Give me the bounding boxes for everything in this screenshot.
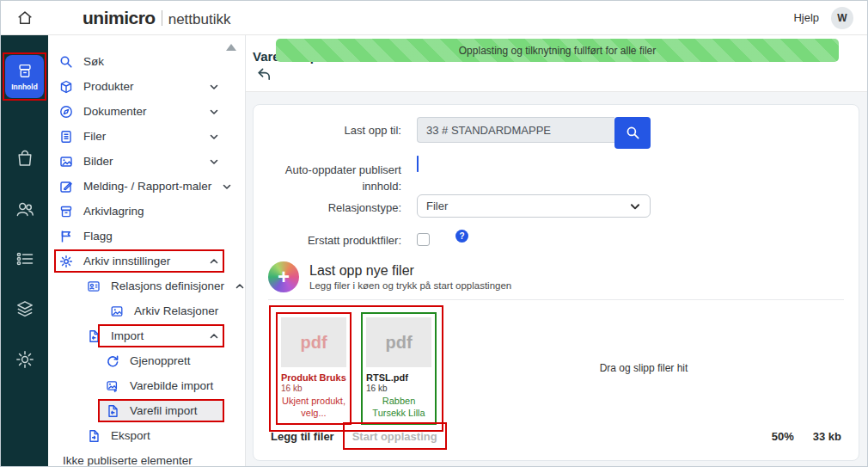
- sidebar-item-varefil-import[interactable]: Varefil import: [48, 398, 245, 423]
- folder-search-button[interactable]: [614, 117, 651, 149]
- upload-to-label: Last opp til:: [254, 117, 401, 139]
- sidebar-item-label: Varebilde import: [130, 379, 213, 392]
- sidebar-item-label: Arkiv innstillinger: [83, 255, 170, 267]
- users-icon: [15, 199, 35, 219]
- rail-item-orders[interactable]: [1, 249, 48, 269]
- sidebar-item-varebilde-import[interactable]: Varebilde import: [48, 373, 245, 398]
- start-upload-button[interactable]: Start opplasting: [352, 430, 437, 443]
- icon-rail: Innhold: [1, 35, 48, 466]
- file-import-icon: [87, 329, 101, 343]
- chevron-up-icon: [209, 331, 219, 341]
- sidebar-item-label: Arkiv Relasjoner: [134, 304, 218, 317]
- sidebar-item-label: Arkivlagring: [83, 205, 144, 218]
- gear-icon: [15, 349, 35, 370]
- file-import-icon: [106, 404, 119, 418]
- help-question-icon[interactable]: ?: [455, 230, 468, 243]
- card-footer: Legg til filer Start opplasting 50% 33 k…: [271, 422, 841, 450]
- sidebar-item-relasjons-definisjoner[interactable]: Relasjons definisjoner: [48, 273, 245, 298]
- sidebar-item-arkiv-innstillinger[interactable]: Arkiv innstillinger: [48, 249, 245, 273]
- chevron-down-icon: [209, 107, 219, 117]
- relation-type-select[interactable]: Filer: [417, 194, 651, 218]
- brand-suffix: nettbutikk: [168, 11, 231, 28]
- chevron-down-icon: [629, 200, 641, 212]
- sidebar-item-label: Flagg: [83, 230, 113, 243]
- sidebar-item-label: Melding- / Rapport-maler: [83, 180, 211, 193]
- pdf-thumbnail: pdf: [281, 317, 346, 367]
- replace-files-label: Erstatt produktfiler:: [254, 227, 401, 249]
- sidebar-item-label: Relasjons definisjoner: [111, 280, 224, 292]
- add-files-button[interactable]: Legg til filer: [271, 430, 334, 443]
- image-icon: [59, 155, 73, 169]
- file-export-icon: [87, 429, 101, 443]
- upload-subtitle: Legg filer i køen og trykk på start oppl…: [309, 280, 511, 291]
- sidebar-item-flagg[interactable]: Flagg: [48, 224, 245, 249]
- sidebar-item-gjenopprett[interactable]: Gjenopprett: [48, 348, 245, 373]
- sidebar-item-label: Bilder: [83, 155, 113, 168]
- sidebar-item-dokumenter[interactable]: Dokumenter: [48, 99, 245, 124]
- file-card-ok[interactable]: pdf RTSL.pdf 16 kb Rabben Tursekk Lilla: [361, 312, 437, 425]
- rail-item-shop[interactable]: [1, 148, 48, 169]
- sidebar-item-arkiv-relasjoner[interactable]: Arkiv Relasjoner: [48, 298, 245, 323]
- sidebar-item-arkivlagring[interactable]: Arkivlagring: [48, 199, 245, 224]
- form-row-relation-type: Relasjonstype: Filer: [254, 194, 859, 227]
- sidebar-item-ikke-publiserte-elementer[interactable]: Ikke publiserte elementer: [48, 448, 245, 466]
- rail-item-settings[interactable]: [1, 349, 48, 370]
- total-size: 33 kb: [813, 430, 841, 443]
- file-name: Produkt Bruks...: [281, 372, 346, 383]
- sidebar-item-eksport[interactable]: Eksport: [48, 423, 245, 448]
- divider: [268, 299, 844, 300]
- app-window: unimicro nettbutikk Hjelp W Innhold: [0, 0, 868, 467]
- replace-files-checkbox[interactable]: [417, 233, 430, 246]
- file-lines-icon: [59, 130, 73, 144]
- rail-item-innhold[interactable]: Innhold: [5, 55, 44, 98]
- file-size: 16 kb: [366, 384, 431, 393]
- file-size: 16 kb: [281, 384, 346, 393]
- help-link[interactable]: Hjelp: [793, 11, 819, 24]
- main-area: Varefil import Opplasting og tilknytning…: [246, 35, 867, 466]
- chevron-up-icon: [209, 256, 219, 267]
- pdf-thumbnail: pdf: [366, 317, 431, 367]
- import-card: Last opp til: Auto-oppdater publisert in…: [253, 104, 859, 461]
- file-name: RTSL.pdf: [366, 372, 431, 383]
- annotation-box-start-upload: Start opplasting: [343, 422, 447, 450]
- brand-divider: [162, 10, 162, 26]
- file-card-error[interactable]: pdf Produkt Bruks... 16 kb Ukjent produk…: [276, 312, 351, 425]
- relation-type-value: Filer: [426, 200, 448, 212]
- upload-to-input[interactable]: [417, 117, 614, 143]
- search-icon: [626, 126, 640, 140]
- back-arrow-icon[interactable]: [256, 66, 272, 86]
- sidebar-item-melding-rapport-maler[interactable]: Melding- / Rapport-maler: [48, 174, 245, 199]
- refresh-icon: [106, 354, 119, 368]
- auto-update-checkbox[interactable]: [417, 156, 419, 172]
- form-row-replace-files: Erstatt produktfiler: ?: [254, 227, 859, 253]
- chevron-down-icon: [209, 132, 219, 142]
- sidebar-item-label: Dokumenter: [83, 105, 147, 118]
- sidebar-item-label: Varefil import: [130, 404, 198, 417]
- sidebar-item-label: Gjenopprett: [130, 354, 191, 367]
- rail-item-label: Innhold: [11, 83, 38, 91]
- search-icon: [59, 55, 73, 69]
- sidebar-item-label: Import: [111, 329, 144, 342]
- avatar[interactable]: W: [831, 7, 853, 29]
- rail-item-modules[interactable]: [1, 298, 48, 319]
- image-import-icon: [106, 379, 119, 393]
- main-header: Varefil import Opplasting og tilknytning…: [246, 35, 867, 92]
- sidebar-item-filer[interactable]: Filer: [48, 124, 245, 149]
- rail-item-customers[interactable]: [1, 199, 48, 219]
- dropzone[interactable]: Dra og slipp filer hit: [443, 305, 844, 432]
- chevron-down-icon: [209, 82, 219, 92]
- compass-icon: [59, 105, 73, 119]
- sidebar-item-label: Filer: [83, 130, 106, 143]
- gear-icon: [59, 255, 73, 268]
- sidebar-item-produkter[interactable]: Produkter: [48, 74, 245, 99]
- sidebar-item-bilder[interactable]: Bilder: [48, 149, 245, 174]
- form-row-upload-to: Last opp til:: [254, 117, 859, 157]
- sidebar-item-import[interactable]: Import: [48, 323, 245, 348]
- progress-percent: 50%: [772, 430, 794, 443]
- home-icon[interactable]: [1, 9, 48, 28]
- annotation-box-innhold: Innhold: [3, 52, 46, 101]
- form-row-auto-update: Auto-oppdater publisert innhold:: [254, 157, 859, 194]
- top-header: unimicro nettbutikk Hjelp W: [1, 1, 867, 35]
- shopping-bag-icon: [15, 148, 35, 169]
- sidebar-item-sok[interactable]: Søk: [48, 49, 245, 74]
